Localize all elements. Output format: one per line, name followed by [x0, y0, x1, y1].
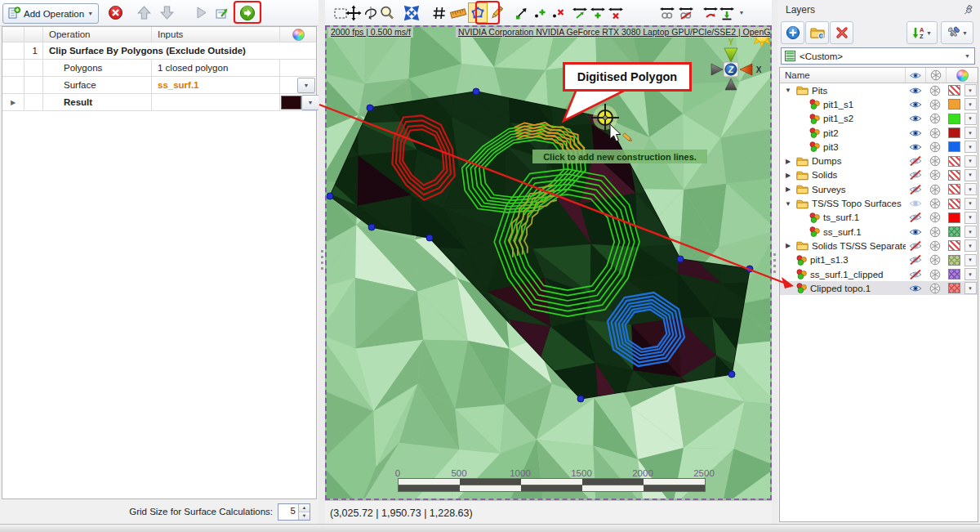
digitise-polygon-tool[interactable] [468, 2, 488, 23]
layer-label[interactable]: TS/SS Topo Surfaces [812, 199, 902, 208]
layer-color-swatch[interactable] [948, 85, 960, 96]
layer-options-caret[interactable]: ▼ [964, 212, 977, 224]
layer-options-caret[interactable]: ▼ [964, 98, 977, 110]
layer-label[interactable]: ts_surf.1 [823, 212, 859, 222]
wireframe-toggle-icon[interactable] [925, 254, 945, 266]
layer-row[interactable]: pit1_s1.3▼ [780, 253, 978, 267]
visibility-eye-icon[interactable] [906, 255, 925, 265]
visibility-eye-icon[interactable] [906, 100, 925, 110]
layer-row[interactable]: Clipped topo.1▼ [780, 281, 978, 295]
wireframe-toggle-icon[interactable] [925, 155, 945, 167]
expander-open-icon[interactable]: ▼ [783, 200, 793, 208]
expander-closed-icon[interactable]: ▶ [783, 172, 793, 179]
layer-color-swatch[interactable] [948, 199, 960, 209]
delete-vertex-tool[interactable] [548, 2, 568, 23]
measure-tool[interactable] [448, 2, 468, 23]
visibility-eye-icon[interactable] [906, 227, 925, 237]
layer-row[interactable]: ts_surf.1▼ [780, 211, 978, 225]
wireframe-toggle-icon[interactable] [925, 226, 945, 238]
delete-operation-button[interactable] [105, 2, 126, 23]
visibility-eye-icon[interactable] [906, 114, 925, 123]
polygon-vertex-dot[interactable] [677, 256, 684, 262]
pencil-edit-tool[interactable] [487, 2, 506, 23]
visibility-eye-icon[interactable] [906, 142, 925, 152]
result-dropdown-button[interactable]: ▼ [301, 95, 319, 110]
layer-color-swatch[interactable] [948, 255, 960, 266]
layer-label[interactable]: pit2 [823, 128, 839, 138]
run-operation-button[interactable] [237, 2, 258, 23]
name-column-header[interactable]: Name [780, 70, 905, 80]
add-operation-button[interactable]: Add Operation ▼ [2, 3, 99, 24]
layer-color-swatch[interactable] [948, 156, 960, 167]
layer-color-swatch[interactable] [948, 127, 960, 138]
layer-options-caret[interactable]: ▼ [964, 127, 977, 139]
wireframe-toggle-icon[interactable] [925, 283, 945, 294]
join-lines-tool[interactable] [657, 2, 677, 23]
wireframe-toggle-icon[interactable] [925, 99, 945, 110]
layer-options-caret[interactable]: ▼ [964, 141, 977, 153]
add-line-tool[interactable] [588, 2, 608, 23]
layer-options-caret[interactable]: ▼ [964, 239, 977, 252]
polygon-vertex-dot[interactable] [426, 235, 433, 241]
wireframe-toggle-icon[interactable] [925, 184, 945, 195]
layer-row[interactable]: ▶Solids TS/SS Separated▼ [780, 239, 978, 253]
layer-color-swatch[interactable] [948, 170, 960, 181]
layer-color-swatch[interactable] [948, 283, 960, 293]
3d-viewport-canvas[interactable]: Y X Z Click to add new construction line… [325, 25, 772, 500]
right-splitter[interactable] [772, 0, 777, 524]
layer-options-caret[interactable]: ▼ [964, 155, 977, 168]
visibility-eye-icon[interactable] [906, 185, 925, 194]
polygon-vertex-dot[interactable] [368, 224, 375, 230]
layer-color-swatch[interactable] [948, 99, 960, 110]
zoom-fit-tool[interactable] [402, 2, 421, 23]
sort-layers-button[interactable]: AZ▼ [906, 21, 938, 44]
visibility-eye-icon[interactable] [906, 241, 925, 251]
layer-label[interactable]: pit1_s1.3 [810, 255, 849, 265]
expander-open-icon[interactable]: ▼ [783, 87, 793, 94]
delete-line-tool[interactable] [606, 2, 626, 23]
surface-dropdown-button[interactable]: ▼ [297, 78, 315, 93]
layer-row[interactable]: pit2▼ [780, 126, 978, 140]
layer-preset-combo[interactable]: <Custom> ▼ [781, 47, 975, 65]
move-vertex-tool[interactable] [512, 2, 532, 23]
layer-options-caret[interactable]: ▼ [964, 113, 977, 125]
move-down-button[interactable] [156, 2, 177, 23]
layer-label[interactable]: ss_surf.1 [823, 227, 862, 237]
layer-row[interactable]: ▼TS/SS Topo Surfaces▼ [780, 196, 978, 210]
wireframe-toggle-icon[interactable] [925, 141, 945, 153]
layer-options-caret[interactable]: ▼ [964, 198, 977, 210]
operation-column-header[interactable]: Operation [43, 27, 152, 42]
layer-color-swatch[interactable] [948, 141, 960, 152]
wireframe-toggle-icon[interactable] [925, 127, 945, 139]
layer-tools-button[interactable]: ▼ [941, 21, 973, 44]
layer-row[interactable]: ▶Surveys▼ [780, 182, 978, 196]
toolbar-overflow-caret[interactable]: ▼ [736, 2, 747, 23]
layer-color-swatch[interactable] [948, 184, 960, 194]
polygon-vertex-dot[interactable] [473, 88, 479, 95]
layer-row[interactable]: ▼Pits▼ [780, 83, 978, 97]
wireframe-toggle-icon[interactable] [925, 113, 945, 124]
layer-options-caret[interactable]: ▼ [964, 84, 977, 96]
result-row[interactable]: ▶ Result ▼ [2, 94, 316, 111]
visibility-eye-icon[interactable] [906, 212, 925, 222]
layer-options-caret[interactable]: ▼ [964, 254, 977, 266]
move-up-button[interactable] [133, 2, 154, 23]
zoom-tool[interactable] [377, 2, 397, 23]
layer-row[interactable]: ss_surf.1▼ [780, 225, 978, 239]
color-column-header[interactable] [280, 27, 316, 42]
visibility-eye-icon[interactable] [906, 156, 925, 166]
layer-label[interactable]: pit1_s2 [823, 114, 853, 123]
layer-label[interactable]: Dumps [812, 156, 841, 166]
layer-color-swatch[interactable] [948, 240, 960, 251]
result-color-swatch[interactable] [281, 96, 301, 110]
polygons-row[interactable]: Polygons 1 closed polygon [2, 60, 316, 77]
layer-row[interactable]: pit1_s2▼ [780, 112, 978, 126]
layer-options-caret[interactable]: ▼ [964, 268, 977, 280]
visibility-eye-icon[interactable] [906, 170, 925, 180]
run-operations-disabled-button[interactable] [190, 2, 212, 23]
layer-label[interactable]: Solids TS/SS Separated [812, 241, 906, 251]
layer-label[interactable]: Solids [812, 170, 837, 180]
polygon-vertex-dot[interactable] [577, 396, 584, 402]
grid-size-value[interactable]: 5 [278, 504, 298, 520]
spinner-down-button[interactable]: ▼ [299, 512, 310, 520]
